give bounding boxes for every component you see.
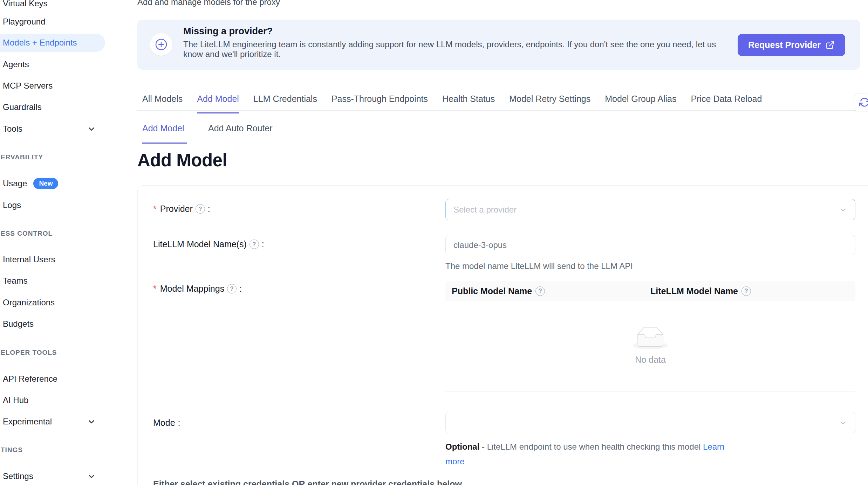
sidebar-item-experimental[interactable]: Experimental xyxy=(0,413,105,431)
column-public-model-name: Public Model Name ? xyxy=(445,285,644,297)
sidebar: Virtual Keys Playground Models + Endpoin… xyxy=(0,0,109,485)
chevron-down-icon xyxy=(87,124,96,133)
no-data-text: No data xyxy=(635,355,666,365)
litellm-admin-screen: Virtual Keys Playground Models + Endpoin… xyxy=(0,0,868,485)
sidebar-item-internal-users[interactable]: Internal Users xyxy=(0,250,105,269)
sidebar-item-guardrails[interactable]: Guardrails xyxy=(0,98,105,116)
plus-circle-icon xyxy=(150,33,172,56)
provider-label: * Provider ? : xyxy=(153,204,210,214)
sidebar-item-ai-hub[interactable]: AI Hub xyxy=(0,391,105,409)
help-icon[interactable]: ? xyxy=(196,204,205,214)
help-icon[interactable]: ? xyxy=(535,286,545,296)
refresh-icon xyxy=(859,97,868,108)
chevron-down-icon xyxy=(87,417,96,426)
sidebar-section-access-control: ESS CONTROL xyxy=(0,230,53,237)
table-header: Public Model Name ? LiteLLM Model Name ? xyxy=(445,281,855,301)
sidebar-item-organizations[interactable]: Organizations xyxy=(0,293,105,312)
add-model-form-card: * Provider ? : Select a provider LiteLLM… xyxy=(137,185,868,485)
subtabs-divider xyxy=(137,140,868,140)
sidebar-section-developer-tools: ELOPER TOOLS xyxy=(0,349,57,356)
new-badge: New xyxy=(33,178,58,189)
sidebar-item-agents[interactable]: Agents xyxy=(0,55,105,74)
credentials-note: Either select existing credentials OR en… xyxy=(153,479,462,485)
mode-label: Mode : xyxy=(153,418,180,428)
request-provider-button[interactable]: Request Provider xyxy=(738,34,845,56)
help-icon[interactable]: ? xyxy=(250,240,259,249)
chevron-down-icon xyxy=(839,206,847,214)
sidebar-item-mcp-servers[interactable]: MCP Servers xyxy=(0,77,105,95)
chevron-down-icon xyxy=(839,418,847,427)
model-mappings-table: Public Model Name ? LiteLLM Model Name ? xyxy=(445,281,855,392)
help-icon[interactable]: ? xyxy=(227,284,237,293)
sidebar-item-teams[interactable]: Teams xyxy=(0,272,105,290)
sidebar-item-tools[interactable]: Tools xyxy=(0,120,105,138)
sidebar-item-settings[interactable]: Settings xyxy=(0,467,105,485)
sidebar-section-settings: TINGS xyxy=(0,446,23,454)
column-litellm-model-name: LiteLLM Model Name ? xyxy=(644,286,855,296)
sidebar-item-usage[interactable]: Usage New xyxy=(0,174,105,193)
add-model-subtabs: Add Model Add Auto Router xyxy=(142,123,272,144)
sidebar-item-virtual-keys[interactable]: Virtual Keys xyxy=(0,0,105,13)
sidebar-item-models-endpoints[interactable]: Models + Endpoints xyxy=(0,34,105,52)
tabs-divider xyxy=(137,110,868,111)
sidebar-item-logs[interactable]: Logs xyxy=(0,196,105,214)
sidebar-item-api-reference[interactable]: API Reference xyxy=(0,370,105,388)
page-subtitle: Add and manage models for the proxy xyxy=(137,0,280,7)
required-asterisk: * xyxy=(153,204,157,214)
mode-select[interactable] xyxy=(445,412,855,433)
sidebar-item-budgets[interactable]: Budgets xyxy=(0,315,105,333)
chevron-down-icon xyxy=(87,472,96,481)
sidebar-item-playground[interactable]: Playground xyxy=(0,13,105,31)
model-name-help: The model name LiteLLM will send to the … xyxy=(445,261,633,271)
mode-help: Optional - LiteLLM endpoint to use when … xyxy=(445,439,736,469)
model-mappings-label: * Model Mappings ? : xyxy=(153,284,242,294)
banner-body: The LiteLLM engineering team is constant… xyxy=(183,40,737,59)
page-title: Add Model xyxy=(137,150,227,171)
sidebar-section-observability: ERVABILITY xyxy=(0,153,43,161)
refresh-button[interactable] xyxy=(854,93,868,111)
subtab-add-model[interactable]: Add Model xyxy=(142,123,187,144)
external-link-icon xyxy=(826,41,835,50)
empty-inbox-icon xyxy=(633,327,668,350)
missing-provider-banner: Missing a provider? The LiteLLM engineer… xyxy=(137,20,860,70)
banner-title: Missing a provider? xyxy=(183,26,273,37)
provider-select[interactable]: Select a provider xyxy=(445,199,855,220)
table-empty-state: No data xyxy=(445,301,855,392)
required-asterisk: * xyxy=(153,284,157,294)
subtab-add-auto-router[interactable]: Add Auto Router xyxy=(208,123,272,144)
model-name-label: LiteLLM Model Name(s) ? : xyxy=(153,239,264,249)
model-name-input[interactable]: claude-3-opus xyxy=(445,235,855,255)
help-icon[interactable]: ? xyxy=(741,286,751,296)
